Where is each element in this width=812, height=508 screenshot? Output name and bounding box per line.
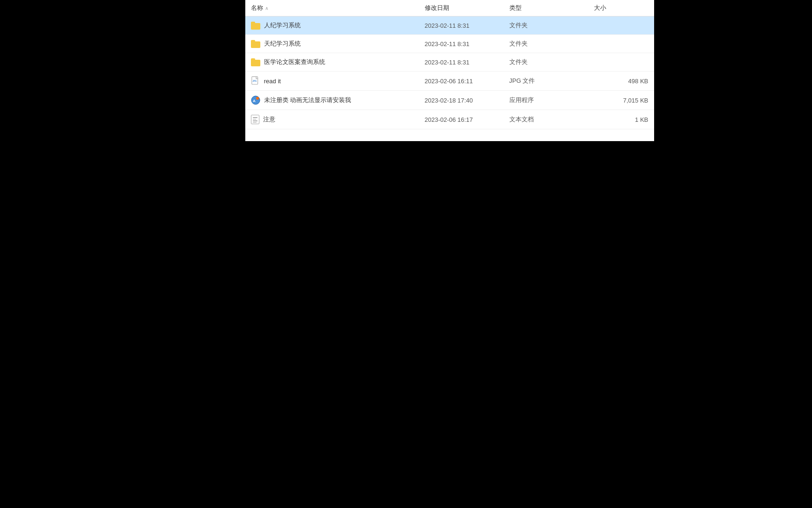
- table-row[interactable]: 注意 2023-02-06 16:17 文本文档 1 KB: [245, 110, 654, 129]
- file-type-cell: 文件夹: [504, 16, 588, 34]
- file-date: 2023-02-06 16:17: [425, 116, 473, 123]
- svg-text:!: !: [257, 97, 257, 100]
- file-name: 天纪学习系统: [264, 40, 301, 48]
- app-file-icon: A !: [251, 95, 260, 105]
- file-date: 2023-02-11 8:31: [425, 40, 469, 48]
- file-name-cell: 医学论文医案查询系统: [245, 53, 419, 71]
- file-date-cell: 2023-02-18 17:40: [419, 91, 504, 110]
- table-row[interactable]: JPG read it 2023-02-06 16:11 JPG 文件 498 …: [245, 71, 654, 91]
- col-size-header[interactable]: 大小: [588, 0, 654, 16]
- file-date: 2023-02-06 16:11: [425, 78, 473, 85]
- file-date-cell: 2023-02-11 8:31: [419, 16, 504, 34]
- table-row[interactable]: 天纪学习系统 2023-02-11 8:31 文件夹: [245, 35, 654, 53]
- file-name: 医学论文医案查询系统: [264, 58, 325, 66]
- file-type-cell: 文件夹: [504, 53, 588, 71]
- table-row[interactable]: A ! 未注册类 动画无法显示请安装我 2023-02-18 17:40 应用程…: [245, 91, 654, 110]
- file-date: 2023-02-11 8:31: [425, 22, 469, 29]
- col-name-header[interactable]: 名称 ∧: [245, 0, 419, 16]
- col-date-header[interactable]: 修改日期: [419, 0, 504, 16]
- svg-text:JPG: JPG: [252, 80, 257, 82]
- file-name-cell: 天纪学习系统: [245, 35, 419, 53]
- folder-icon: [251, 40, 260, 48]
- file-name-cell: A ! 未注册类 动画无法显示请安装我: [245, 91, 419, 110]
- file-date-cell: 2023-02-11 8:31: [419, 53, 504, 71]
- file-name-cell: 人纪学习系统: [245, 16, 419, 34]
- file-date-cell: 2023-02-06 16:17: [419, 110, 504, 129]
- file-name-cell: JPG read it: [245, 71, 419, 90]
- col-size-label: 大小: [594, 4, 606, 12]
- file-type-cell: JPG 文件: [504, 71, 588, 90]
- file-type: 文件夹: [509, 58, 528, 66]
- table-row[interactable]: 医学论文医案查询系统 2023-02-11 8:31 文件夹: [245, 53, 654, 71]
- file-name: 注意: [263, 115, 275, 124]
- file-type: 文件夹: [509, 21, 528, 30]
- jpg-file-icon: JPG: [251, 76, 260, 86]
- file-size-cell: 498 KB: [588, 71, 654, 90]
- table-header: 名称 ∧ 修改日期 类型 大小: [245, 0, 654, 16]
- sort-icon: ∧: [265, 6, 268, 11]
- file-name: read it: [264, 78, 281, 85]
- file-size: 7,015 KB: [623, 97, 648, 104]
- file-name: 人纪学习系统: [264, 21, 301, 30]
- col-type-label: 类型: [509, 4, 522, 12]
- file-size-cell: 7,015 KB: [588, 91, 654, 110]
- file-type-cell: 文本文档: [504, 110, 588, 129]
- file-name: 未注册类 动画无法显示请安装我: [264, 96, 351, 104]
- file-date-cell: 2023-02-06 16:11: [419, 71, 504, 90]
- file-type-cell: 文件夹: [504, 35, 588, 53]
- file-type: 文件夹: [509, 40, 528, 48]
- file-size-cell: [588, 35, 654, 53]
- file-type-cell: 应用程序: [504, 91, 588, 110]
- txt-file-icon: [251, 115, 259, 124]
- svg-text:A: A: [253, 99, 256, 103]
- file-date: 2023-02-18 17:40: [425, 97, 473, 104]
- file-size: 498 KB: [628, 78, 648, 85]
- col-type-header[interactable]: 类型: [504, 0, 588, 16]
- file-type: 应用程序: [509, 96, 534, 104]
- file-type: JPG 文件: [509, 77, 535, 85]
- file-date: 2023-02-11 8:31: [425, 59, 469, 66]
- file-size-cell: 1 KB: [588, 110, 654, 129]
- file-size: 1 KB: [635, 116, 648, 123]
- table-row[interactable]: 人纪学习系统 2023-02-11 8:31 文件夹: [245, 16, 654, 35]
- file-type: 文本文档: [509, 115, 534, 124]
- file-date-cell: 2023-02-11 8:31: [419, 35, 504, 53]
- file-name-cell: 注意: [245, 110, 419, 129]
- folder-icon: [251, 21, 260, 30]
- col-date-label: 修改日期: [425, 4, 449, 12]
- folder-icon: [251, 58, 260, 66]
- col-name-label: 名称: [251, 4, 263, 12]
- file-size-cell: [588, 53, 654, 71]
- file-explorer: 名称 ∧ 修改日期 类型 大小 人纪学习系统 2023-02-11 8:31: [245, 0, 654, 141]
- file-list: 人纪学习系统 2023-02-11 8:31 文件夹 天纪学习系统 2023-0…: [245, 16, 654, 129]
- file-size-cell: [588, 16, 654, 34]
